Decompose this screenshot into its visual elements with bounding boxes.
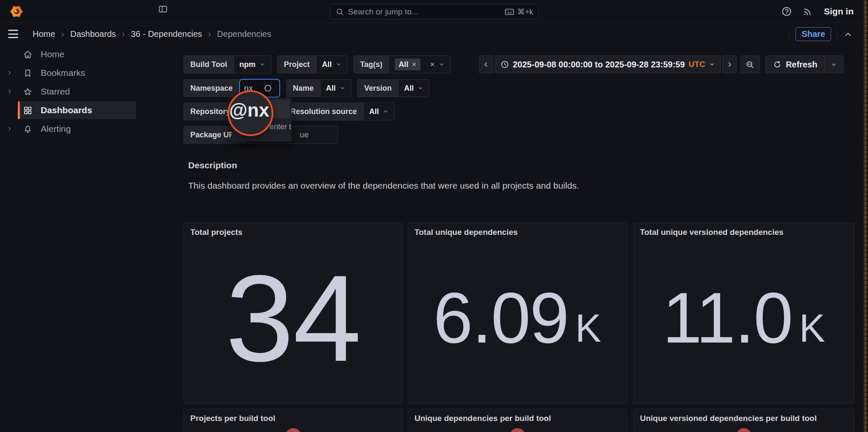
filter-label: Build Tool	[184, 56, 234, 73]
chevron-down-icon	[831, 61, 837, 68]
project-select[interactable]: All	[317, 56, 347, 73]
time-shift-back-button[interactable]	[479, 56, 493, 73]
refresh-button[interactable]: Refresh	[765, 56, 825, 73]
stat-number: 6.09	[433, 282, 568, 354]
breadcrumb-bar: Home › Dashboards › 36 - Dependencies › …	[0, 23, 863, 45]
breadcrumb-separator: ›	[61, 29, 64, 40]
grafana-logo-icon[interactable]	[10, 5, 23, 18]
breadcrumb-separator: ›	[208, 29, 211, 40]
filter-label: Resolution source	[284, 103, 364, 120]
nav-sidebar: Home Bookmarks Starred Dashboards	[0, 45, 174, 138]
filter-resolution-source: Resolution source All	[284, 103, 395, 120]
filter-name: Name All	[286, 79, 351, 97]
grafana-swirl-shape	[12, 7, 21, 16]
resolution-source-value: All	[369, 107, 379, 116]
chevron-down-icon	[417, 85, 423, 91]
name-select[interactable]: All	[320, 80, 351, 97]
global-search[interactable]: ⌘+k	[330, 4, 539, 20]
chevron-right-icon[interactable]	[7, 70, 12, 76]
search-shortcut-label: ⌘+k	[517, 7, 533, 17]
keyboard-icon	[505, 8, 514, 15]
breadcrumb-dashboards[interactable]: Dashboards	[70, 29, 116, 39]
dock-sidebar-icon[interactable]	[158, 4, 168, 14]
chevron-right-icon	[726, 61, 733, 68]
star-icon	[23, 87, 33, 97]
filter-row-2: Namespace Name All Version All	[184, 79, 429, 97]
filter-label: Namespace	[184, 80, 239, 97]
version-select[interactable]: All	[398, 80, 429, 97]
sidebar-item-home[interactable]: Home	[0, 45, 174, 64]
sidebar-item-label: Alerting	[41, 124, 71, 134]
stat-number: 11.0	[662, 282, 793, 354]
sidebar-item-bookmarks[interactable]: Bookmarks	[0, 64, 174, 82]
search-input[interactable]	[348, 7, 501, 17]
sidebar-item-dashboards[interactable]: Dashboards	[0, 101, 174, 120]
refresh-icon	[773, 60, 782, 69]
chevron-down-icon	[383, 109, 389, 114]
sidebar-item-starred[interactable]: Starred	[0, 82, 174, 101]
time-zoom-out-button[interactable]	[740, 56, 760, 73]
description-title: Description	[188, 160, 237, 170]
chevron-left-icon	[482, 61, 490, 68]
help-icon[interactable]	[782, 6, 792, 17]
zoom-out-icon	[746, 60, 754, 69]
name-value: All	[326, 84, 336, 93]
panel-total-projects[interactable]: Total projects 34	[184, 223, 403, 404]
sidebar-item-label: Home	[41, 49, 64, 59]
time-range-picker[interactable]: 2025-09-08 00:00:00 to 2025-09-28 23:59:…	[495, 56, 721, 73]
bell-icon	[23, 124, 33, 134]
panel-title[interactable]: Projects per build tool	[190, 414, 275, 423]
refresh-interval-dropdown[interactable]	[825, 56, 843, 73]
sign-in-button[interactable]: Sign in	[824, 6, 854, 17]
breadcrumb-folder[interactable]: 36 - Dependencies	[131, 29, 202, 39]
panel-title[interactable]: Unique versioned dependencies per build …	[640, 414, 817, 423]
active-item-accent-bar	[18, 101, 20, 119]
chevron-down-icon	[339, 85, 345, 91]
resolution-source-select[interactable]: All	[364, 103, 394, 120]
filter-label: Tag(s)	[354, 56, 389, 73]
time-range-text: 2025-09-08 00:00:00 to 2025-09-28 23:59:…	[513, 60, 685, 70]
chevron-right-icon[interactable]	[7, 126, 12, 132]
panel-title[interactable]: Unique dependencies per build tool	[415, 414, 551, 423]
sidebar-item-label: Starred	[41, 86, 70, 97]
refresh-label: Refresh	[786, 60, 817, 70]
menu-hamburger-icon[interactable]	[8, 30, 18, 38]
panel-total-unique-versioned-dependencies[interactable]: Total unique versioned dependencies 11.0…	[633, 223, 854, 404]
collapse-toolbar-chevron-up-icon[interactable]	[843, 30, 853, 39]
stat-unit-suffix: K	[575, 309, 601, 348]
stat-number: 34	[225, 256, 361, 379]
build-tool-select[interactable]: npm	[234, 56, 271, 73]
panel-total-unique-dependencies[interactable]: Total unique dependencies 6.09 K	[408, 223, 627, 404]
panel-unique-dependencies-per-build-tool[interactable]: Unique dependencies per build tool	[408, 409, 627, 432]
tags-select[interactable]: All × ×	[389, 56, 450, 73]
chevron-down-icon	[259, 61, 265, 67]
tag-chip[interactable]: All ×	[395, 59, 420, 70]
chevron-down-icon	[336, 61, 342, 67]
search-icon	[336, 8, 344, 16]
breadcrumb-separator: ›	[122, 29, 125, 40]
stat-value: 11.0 K	[634, 223, 854, 404]
news-rss-icon[interactable]	[803, 6, 813, 17]
chevron-right-icon[interactable]	[7, 89, 12, 95]
breadcrumb-current: Dependencies	[217, 29, 271, 39]
pie-chart-top	[736, 428, 751, 432]
desktop-background-edge	[863, 0, 868, 432]
tags-clear-icon[interactable]: ×	[430, 60, 435, 69]
build-tool-value: npm	[239, 60, 256, 69]
time-shift-forward-button[interactable]	[722, 56, 737, 73]
panel-unique-versioned-dependencies-per-build-tool[interactable]: Unique versioned dependencies per build …	[633, 409, 854, 432]
timezone-label: UTC	[689, 60, 705, 69]
pie-chart-top	[286, 428, 301, 432]
filter-namespace: Namespace	[184, 79, 280, 97]
sidebar-item-label: Bookmarks	[41, 68, 85, 78]
share-button[interactable]: Share	[796, 27, 831, 41]
tag-chip-remove-icon[interactable]: ×	[412, 60, 416, 69]
dashboards-grid-icon	[23, 106, 33, 115]
chevron-down-icon	[439, 61, 445, 67]
sidebar-item-alerting[interactable]: Alerting	[0, 120, 174, 138]
panel-projects-per-build-tool[interactable]: Projects per build tool	[184, 409, 403, 432]
stat-value: 34	[184, 223, 402, 404]
filter-tags: Tag(s) All × ×	[353, 56, 451, 73]
breadcrumb-actions: Share	[789, 23, 853, 45]
breadcrumb-home[interactable]: Home	[33, 29, 55, 39]
